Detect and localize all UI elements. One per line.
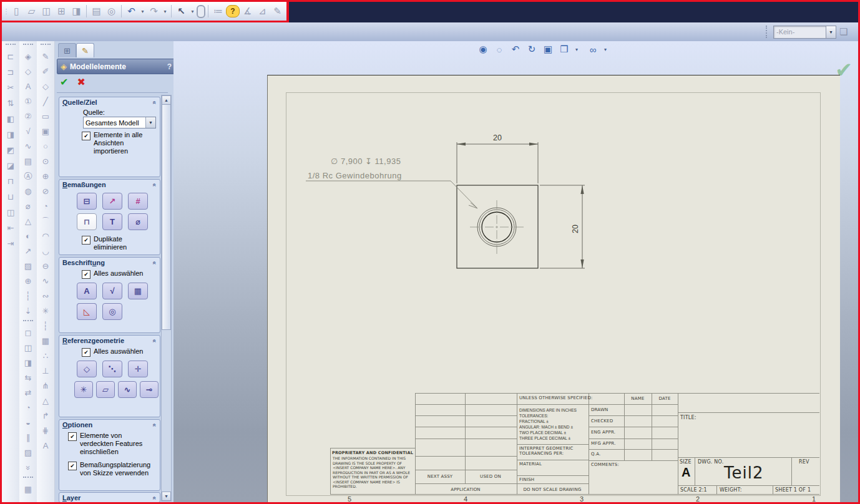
space-evenly-down-icon[interactable]: ⊔ [3,190,18,204]
balloon-icon[interactable]: ① [21,95,36,109]
weld-symbol-icon[interactable]: ∿ [21,140,36,153]
scroll-up-icon[interactable]: ▲ [162,95,171,105]
multi-jog-leader-icon[interactable]: ↗ [21,245,36,258]
group-header-layer[interactable]: Layer « [59,493,160,502]
sheet-format-icon[interactable]: ▦ [21,483,36,497]
model-view-icon[interactable]: ◻ [21,326,36,340]
toolbar-drag-handle[interactable] [41,44,51,49]
undo-dropdown[interactable]: ▾ [139,4,146,19]
align-top-icon[interactable]: ◧ [3,112,18,126]
align-bottom-icon[interactable]: ◨ [3,128,18,142]
datum-target-icon[interactable]: ◍ [21,185,36,198]
align-leftmost-icon[interactable]: ⇤ [3,221,18,235]
hole-callout-line1[interactable]: ∅ 7,900 ↧ 11,935 [331,157,401,166]
redo-dropdown[interactable]: ▾ [162,4,169,19]
dynamic-mirror-icon[interactable]: ⋔ [38,379,53,393]
scroll-down-icon[interactable]: ▼ [162,492,171,501]
points-button[interactable]: ✳ [74,381,93,398]
align-middle-vertical-icon[interactable]: ◪ [3,159,18,173]
mouse-gestures-icon[interactable] [197,5,205,18]
point-icon[interactable]: ✳ [38,304,53,318]
group-header-quelle-ziel[interactable]: Quelle/Ziel « [59,97,160,107]
align-middle-horizontal-icon[interactable]: ◩ [3,143,18,157]
conic-icon[interactable]: ∾ [38,289,53,303]
projected-view-icon[interactable]: ◫ [21,341,36,355]
trim-entities-icon[interactable]: ⋕ [38,424,53,438]
centerline-icon[interactable]: ┆ [21,289,36,303]
model-items-icon[interactable]: ◇ [21,65,36,79]
three-point-arc-icon[interactable]: ◡ [38,245,53,258]
space-evenly-across-icon[interactable]: ⊓ [3,175,18,188]
cosmetic-thread-icon[interactable]: ⇣ [21,304,36,318]
tab-feature-manager[interactable]: ⊞ [58,43,76,57]
options-icon[interactable]: ≔ [211,4,225,19]
import-into-views-checkbox[interactable]: ✔ [82,132,90,140]
panel-scrollbar[interactable]: ▲ ▼ [161,95,172,502]
scrollbar-thumb[interactable] [162,104,171,330]
ellipse-icon[interactable]: ⊘ [38,185,53,198]
select-all-refgeo-checkbox[interactable]: ✔ [82,348,90,357]
surface-finish-icon[interactable]: √ [21,125,36,138]
datum-feature-icon[interactable]: Ⓐ [21,170,36,183]
surfaces-button[interactable]: ▱ [96,381,115,398]
corner-rectangle-icon[interactable]: ▭ [38,110,53,124]
redraw-icon[interactable]: ↻ [526,44,537,55]
align-right-icon[interactable]: ⊐ [3,65,18,79]
routing-points-button[interactable]: ⊸ [140,381,159,398]
collapse-chevron-icon[interactable]: « [152,100,159,104]
area-hatch-icon[interactable]: ◐ [21,230,36,243]
spline-icon[interactable]: ∿ [38,274,53,288]
broken-out-section-icon[interactable]: ◒ [21,416,36,430]
hole-callout-line2[interactable]: 1/8 Rc Gewindebohrung [308,171,402,180]
part-outline[interactable] [457,185,538,268]
coordinate-systems-button[interactable]: ✛ [128,361,148,377]
mass-properties-icon[interactable]: ⊿ [255,4,270,19]
zoom-to-fit-icon[interactable]: ◉ [477,44,489,55]
toolbar-drag-handle[interactable] [23,477,33,481]
toolbar-drag-handle[interactable] [23,44,33,49]
redo-icon[interactable]: ↷ [147,4,161,19]
layer-dropdown-arrow-icon[interactable]: ▼ [826,26,836,38]
marked-for-drawing-dimensions-button[interactable]: ⊟ [77,193,97,210]
dropdown-arrow-icon[interactable]: ▼ [145,117,155,128]
swap-alignment-icon[interactable]: ⇅ [3,97,18,110]
straight-slot-icon[interactable]: ⊖ [38,259,53,273]
print-icon[interactable]: ▤ [89,4,104,19]
center-rectangle-icon[interactable]: ▣ [38,125,53,138]
note-icon[interactable]: A [21,80,36,94]
ok-button[interactable]: ✔ [60,76,68,88]
display-style-dropdown[interactable]: ▾ [600,47,611,52]
centerline-sketch-icon[interactable]: ┆ [38,319,53,333]
perimeter-circle-icon[interactable]: ⊙ [38,155,53,168]
surface-finish-button[interactable]: √ [102,283,122,299]
hole-callout-icon[interactable]: ⌀ [21,200,36,213]
weld-symbol-button[interactable]: ◺ [77,303,97,320]
notes-button[interactable]: A [77,283,97,299]
sketch-icon[interactable]: ✎ [270,4,285,19]
dimension-height[interactable]: 20 [571,225,580,233]
tab-property-manager[interactable]: ✎ [76,43,94,57]
select-dropdown[interactable]: ▾ [189,4,196,19]
layer-dropdown[interactable]: -Kein- ▼ [773,26,836,39]
group-header-bemassungen[interactable]: Bemaßungen « [59,180,160,189]
break-view-icon[interactable]: ∥ [21,431,36,445]
linear-pattern-icon[interactable]: ▦ [38,334,53,348]
all-dimensions-button[interactable]: ↗ [102,193,122,210]
hole-wizard-locations-button[interactable]: ⊓ [77,213,97,230]
toolbar-drag-handle[interactable]: ⋮ [4,4,9,19]
group-header-optionen[interactable]: Optionen « [59,420,160,429]
convert-entities-icon[interactable]: ↱ [38,409,53,423]
circle-icon[interactable]: ○ [38,140,53,153]
zoom-to-area-icon[interactable]: ◌ [494,44,505,55]
centerpoint-arc-icon[interactable]: ⌒ [38,215,53,228]
line-icon[interactable]: ╱ [38,95,53,109]
revision-symbol-icon[interactable]: △ [21,215,36,228]
section-view-icon[interactable]: ⇆ [21,371,36,385]
save-icon[interactable]: ◫ [39,4,54,19]
3d-drawing-view-icon[interactable]: ▣ [542,44,554,55]
break-alignment-icon[interactable]: ✂ [3,81,18,95]
geometric-tolerance-icon[interactable]: ▤ [21,155,36,168]
align-left-icon[interactable]: ⊏ [3,50,18,64]
collapse-chevron-icon[interactable]: « [152,183,159,187]
instance-count-button[interactable]: # [128,193,148,210]
